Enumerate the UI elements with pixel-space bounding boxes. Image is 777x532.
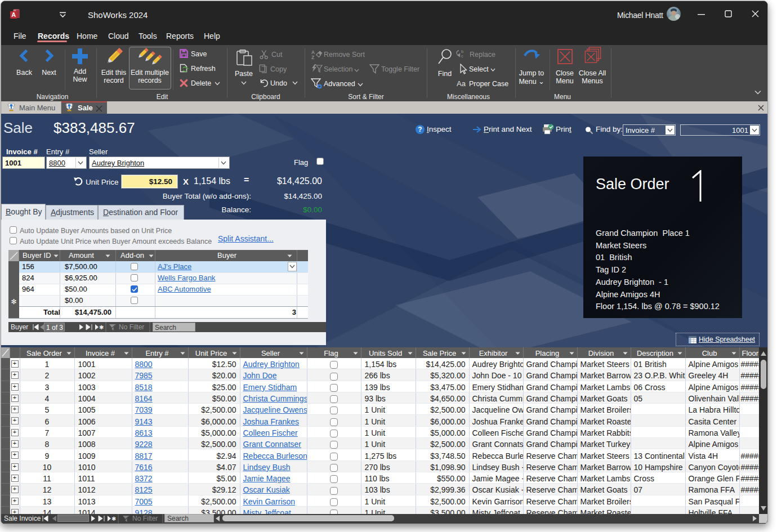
svg-text:✱: ✱ (99, 324, 104, 330)
svg-text:c: c (461, 53, 463, 58)
svg-text:A: A (11, 11, 16, 18)
svg-text:✱: ✱ (111, 516, 116, 521)
svg-text:Z: Z (311, 55, 314, 60)
